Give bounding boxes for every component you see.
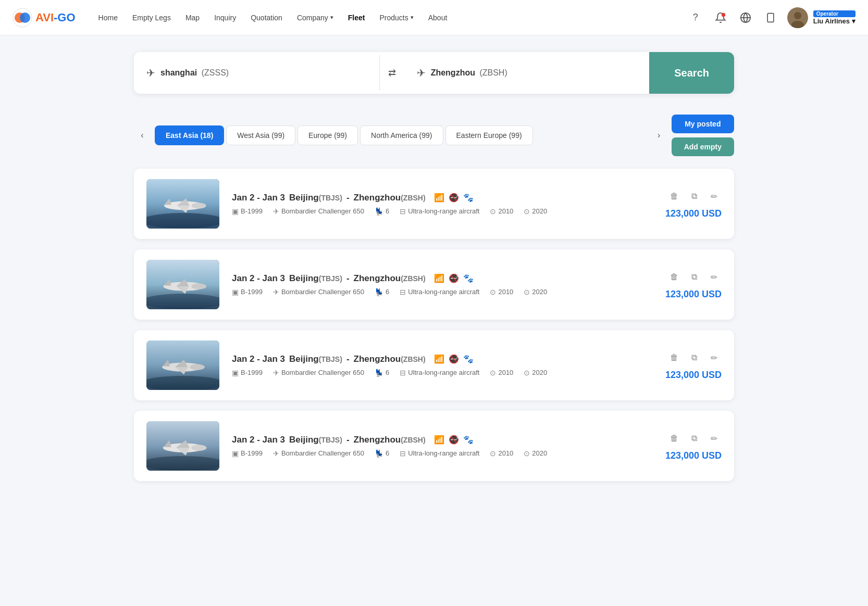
seats-icon: 💺 bbox=[375, 369, 383, 377]
dest-name: Zhengzhou(ZBSH) bbox=[354, 435, 426, 445]
year-from-icon: ⊙ bbox=[490, 449, 496, 458]
nav-inquiry[interactable]: Inquiry bbox=[208, 9, 242, 26]
flight-card: Jan 2 - Jan 3 Beijing(TBJS) - Zhengzhou(… bbox=[134, 330, 734, 400]
dest-name: Zhengzhou(ZBSH) bbox=[354, 354, 426, 364]
aircraft-icon: ✈ bbox=[273, 449, 279, 458]
flight-card: Jan 2 - Jan 3 Beijing(TBJS) - Zhengzhou(… bbox=[134, 169, 734, 239]
edit-button[interactable]: ✏ bbox=[706, 269, 722, 285]
reg-icon: ▣ bbox=[232, 207, 239, 216]
copy-button[interactable]: ⧉ bbox=[686, 188, 702, 204]
filter-tab-east-asia[interactable]: East Asia (18) bbox=[155, 125, 224, 145]
edit-button[interactable]: ✏ bbox=[706, 431, 722, 446]
flight-dates: Jan 2 - Jan 3 bbox=[232, 273, 285, 284]
copy-button[interactable]: ⧉ bbox=[686, 269, 702, 285]
nav-about[interactable]: About bbox=[422, 9, 454, 26]
year-from-spec: ⊙ 2010 bbox=[490, 449, 513, 458]
delete-button[interactable]: 🗑 bbox=[666, 269, 682, 285]
svg-point-33 bbox=[146, 456, 219, 471]
flight-card: Jan 2 - Jan 3 Beijing(TBJS) - Zhengzhou(… bbox=[134, 411, 734, 481]
filter-tab-europe[interactable]: Europe (99) bbox=[297, 125, 358, 145]
year-to-spec: ⊙ 2020 bbox=[524, 288, 547, 296]
nav-map[interactable]: Map bbox=[179, 9, 206, 26]
help-icon[interactable]: ? bbox=[687, 9, 704, 26]
user-name: Liu Airlines ▾ bbox=[813, 17, 855, 25]
filter-tabs: East Asia (18) West Asia (99) Europe (99… bbox=[155, 125, 647, 145]
year-to-icon: ⊙ bbox=[524, 288, 530, 296]
nav-fleet[interactable]: Fleet bbox=[342, 9, 371, 26]
pet-icon: 🐾 bbox=[463, 435, 474, 445]
logo[interactable]: AVI-GO bbox=[13, 8, 76, 28]
svg-point-21 bbox=[191, 283, 206, 289]
search-button[interactable]: Search bbox=[649, 52, 734, 94]
reg-icon: ▣ bbox=[232, 449, 239, 458]
flight-price: 123,000 USD bbox=[665, 208, 722, 219]
nav-home[interactable]: Home bbox=[92, 9, 124, 26]
navbar: AVI-GO Home Empty Legs Map Inquiry Quota… bbox=[0, 0, 868, 35]
edit-button[interactable]: ✏ bbox=[706, 188, 722, 204]
wifi-icon: 📶 bbox=[434, 193, 444, 203]
nav-quotation[interactable]: Quotation bbox=[244, 9, 289, 26]
search-from[interactable]: ✈ shanghai (ZSSS) bbox=[134, 55, 380, 91]
copy-button[interactable]: ⧉ bbox=[686, 350, 702, 365]
aircraft-spec: ✈ Bombardier Challenger 650 bbox=[273, 449, 364, 458]
flight-route: Jan 2 - Jan 3 Beijing(TBJS) - Zhengzhou(… bbox=[232, 273, 626, 284]
globe-icon[interactable] bbox=[737, 9, 754, 26]
my-posted-button[interactable]: My posted bbox=[672, 115, 734, 133]
operator-badge: Operator bbox=[813, 10, 855, 17]
flight-price-area: 🗑 ⧉ ✏ 123,000 USD bbox=[638, 269, 722, 300]
filter-tab-north-america[interactable]: North America (99) bbox=[360, 125, 443, 145]
delete-button[interactable]: 🗑 bbox=[666, 350, 682, 365]
flight-details: Jan 2 - Jan 3 Beijing(TBJS) - Zhengzhou(… bbox=[232, 193, 626, 216]
flight-specs: ▣ B-1999 ✈ Bombardier Challenger 650 💺 6… bbox=[232, 369, 626, 377]
flight-price: 123,000 USD bbox=[665, 370, 722, 381]
dest-name: Zhengzhou(ZBSH) bbox=[354, 273, 426, 284]
next-filter-button[interactable]: › bbox=[651, 127, 667, 144]
mobile-icon[interactable] bbox=[762, 9, 779, 26]
year-from-spec: ⊙ 2010 bbox=[490, 207, 513, 216]
nav-company[interactable]: Company bbox=[291, 9, 340, 26]
flight-cards: Jan 2 - Jan 3 Beijing(TBJS) - Zhengzhou(… bbox=[134, 169, 734, 481]
seats-spec: 💺 6 bbox=[375, 449, 389, 458]
svg-point-28 bbox=[190, 364, 204, 370]
nav-products[interactable]: Products bbox=[374, 9, 420, 26]
user-area[interactable]: Operator Liu Airlines ▾ bbox=[787, 7, 855, 28]
card-actions: 🗑 ⧉ ✏ bbox=[666, 269, 722, 285]
notification-icon[interactable] bbox=[712, 9, 729, 26]
origin-name: Beijing(TBJS) bbox=[289, 273, 342, 284]
reg-icon: ▣ bbox=[232, 288, 239, 296]
wifi-icon: 📶 bbox=[434, 354, 444, 364]
arrival-plane-icon: ✈ bbox=[417, 67, 426, 79]
seats-spec: 💺 6 bbox=[375, 207, 389, 216]
aircraft-icon: ✈ bbox=[273, 288, 279, 296]
route-separator: - bbox=[346, 435, 350, 445]
edit-button[interactable]: ✏ bbox=[706, 350, 722, 365]
search-to[interactable]: ✈ Zhengzhou (ZBSH) bbox=[404, 55, 650, 91]
avatar bbox=[787, 7, 808, 28]
delete-button[interactable]: 🗑 bbox=[666, 431, 682, 446]
year-to-icon: ⊙ bbox=[524, 449, 530, 458]
add-empty-button[interactable]: Add empty bbox=[672, 137, 734, 156]
amenity-icons: 📶 🚭 🐾 bbox=[434, 273, 474, 283]
prev-filter-button[interactable]: ‹ bbox=[134, 127, 151, 144]
svg-point-26 bbox=[146, 376, 219, 390]
nav-icon-group: ? bbox=[687, 9, 779, 26]
svg-point-14 bbox=[192, 203, 206, 208]
route-separator: - bbox=[346, 273, 350, 284]
swap-button[interactable]: ⇄ bbox=[380, 67, 404, 79]
seats-icon: 💺 bbox=[375, 449, 383, 458]
range-spec: ⊟ Ultra-long-range aircraft bbox=[400, 288, 479, 296]
flight-image bbox=[146, 421, 219, 471]
aircraft-icon: ✈ bbox=[273, 207, 279, 216]
amenity-icons: 📶 🚭 🐾 bbox=[434, 193, 474, 203]
filter-tab-west-asia[interactable]: West Asia (99) bbox=[226, 125, 295, 145]
filter-tab-eastern-europe[interactable]: Eastern Europe (99) bbox=[445, 125, 533, 145]
nav-empty-legs[interactable]: Empty Legs bbox=[126, 9, 177, 26]
user-chevron-icon: ▾ bbox=[852, 17, 855, 25]
action-buttons: My posted Add empty bbox=[672, 115, 734, 156]
year-from-spec: ⊙ 2010 bbox=[490, 369, 513, 377]
delete-button[interactable]: 🗑 bbox=[666, 188, 682, 204]
copy-button[interactable]: ⧉ bbox=[686, 431, 702, 446]
flight-details: Jan 2 - Jan 3 Beijing(TBJS) - Zhengzhou(… bbox=[232, 354, 626, 377]
to-code: (ZBSH) bbox=[479, 68, 507, 77]
year-from-icon: ⊙ bbox=[490, 207, 496, 216]
